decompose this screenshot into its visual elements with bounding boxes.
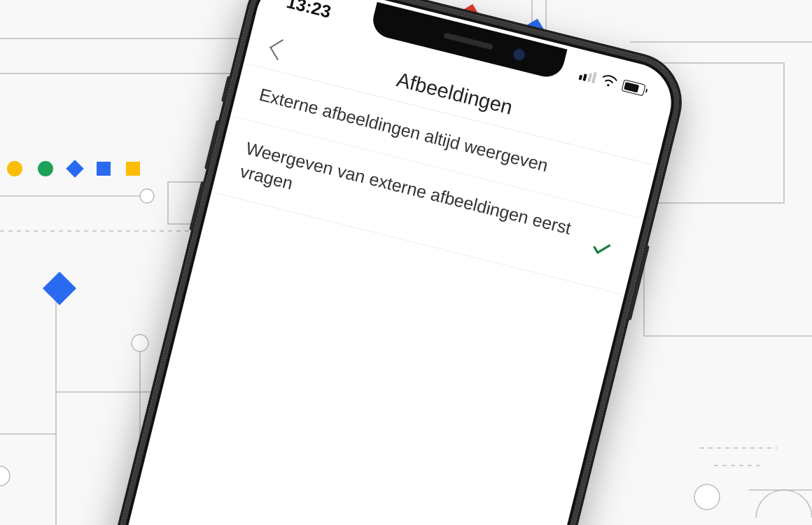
status-right [578,66,649,98]
green-circle-icon [38,161,53,176]
status-time: 13:23 [285,0,333,22]
speaker-grille [443,32,493,50]
svg-point-8 [140,189,154,203]
battery-icon [622,79,649,97]
blue-diamond-icon [66,160,83,177]
blue-square-icon [97,162,111,176]
yellow-circle-icon [7,161,22,176]
cellular-signal-icon [578,69,597,83]
svg-point-9 [0,466,10,486]
svg-point-12 [132,335,148,351]
yellow-square-icon [126,162,140,176]
decorative-shape-row [7,161,140,176]
front-camera [511,46,528,63]
option-checkmark-icon [589,236,614,261]
svg-point-21 [694,484,720,510]
stage: 13:23 [0,0,812,525]
wifi-icon [600,72,619,91]
